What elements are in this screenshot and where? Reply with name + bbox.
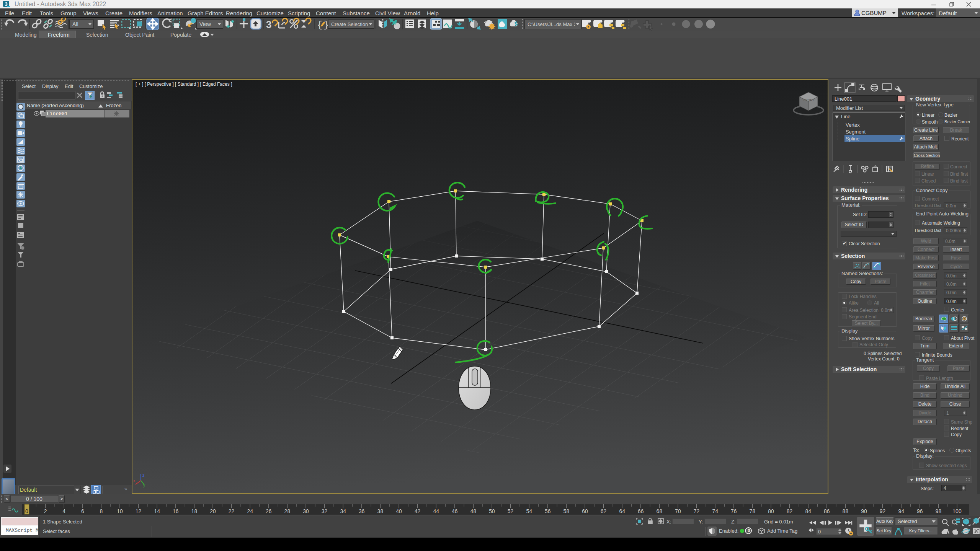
svg-text:56: 56	[545, 508, 551, 514]
svg-text:z: z	[142, 473, 145, 478]
svg-text:FRONT: FRONT	[804, 98, 814, 102]
svg-text:82: 82	[787, 508, 793, 514]
svg-text:y: y	[143, 483, 145, 487]
svg-text:14: 14	[154, 508, 160, 514]
svg-text:2: 2	[44, 508, 47, 514]
svg-text:100: 100	[952, 508, 962, 514]
svg-text:96: 96	[917, 508, 923, 514]
svg-text:46: 46	[452, 508, 458, 514]
svg-text:90: 90	[861, 508, 867, 514]
svg-text:20: 20	[210, 508, 216, 514]
svg-text:6: 6	[81, 508, 84, 514]
svg-text:64: 64	[619, 508, 625, 514]
svg-text:40: 40	[396, 508, 402, 514]
svg-text:54: 54	[526, 508, 532, 514]
svg-text:84: 84	[805, 508, 811, 514]
svg-text:62: 62	[601, 508, 607, 514]
svg-text:24: 24	[247, 508, 253, 514]
svg-text:68: 68	[657, 508, 663, 514]
svg-text:16: 16	[173, 508, 179, 514]
svg-text:92: 92	[880, 508, 886, 514]
svg-text:28: 28	[284, 508, 291, 514]
svg-text:32: 32	[322, 508, 328, 514]
svg-text:36: 36	[359, 508, 365, 514]
svg-text:10: 10	[117, 508, 123, 514]
svg-text:42: 42	[415, 508, 421, 514]
svg-text:74: 74	[712, 508, 718, 514]
svg-text:72: 72	[694, 508, 700, 514]
svg-text:48: 48	[470, 508, 477, 514]
svg-text:0: 0	[25, 508, 28, 514]
svg-text:8: 8	[100, 508, 103, 514]
svg-text:38: 38	[377, 508, 384, 514]
svg-text:4: 4	[62, 508, 65, 514]
svg-text:60: 60	[582, 508, 588, 514]
svg-text:88: 88	[843, 508, 849, 514]
svg-text:18: 18	[191, 508, 198, 514]
svg-text:78: 78	[750, 508, 756, 514]
svg-text:50: 50	[489, 508, 495, 514]
svg-text:76: 76	[731, 508, 737, 514]
svg-text:44: 44	[433, 508, 439, 514]
svg-text:3: 3	[266, 19, 271, 30]
svg-text:30: 30	[303, 508, 309, 514]
svg-text:66: 66	[638, 508, 644, 514]
svg-text:94: 94	[898, 508, 904, 514]
svg-text:80: 80	[768, 508, 774, 514]
svg-text:58: 58	[564, 508, 570, 514]
svg-text:52: 52	[508, 508, 514, 514]
svg-text:22: 22	[229, 508, 235, 514]
svg-text:86: 86	[824, 508, 830, 514]
svg-text:98: 98	[936, 508, 942, 514]
svg-text:26: 26	[266, 508, 272, 514]
svg-text:12: 12	[136, 508, 142, 514]
svg-text:70: 70	[675, 508, 681, 514]
svg-text:x: x	[133, 478, 136, 483]
svg-text:34: 34	[340, 508, 346, 514]
